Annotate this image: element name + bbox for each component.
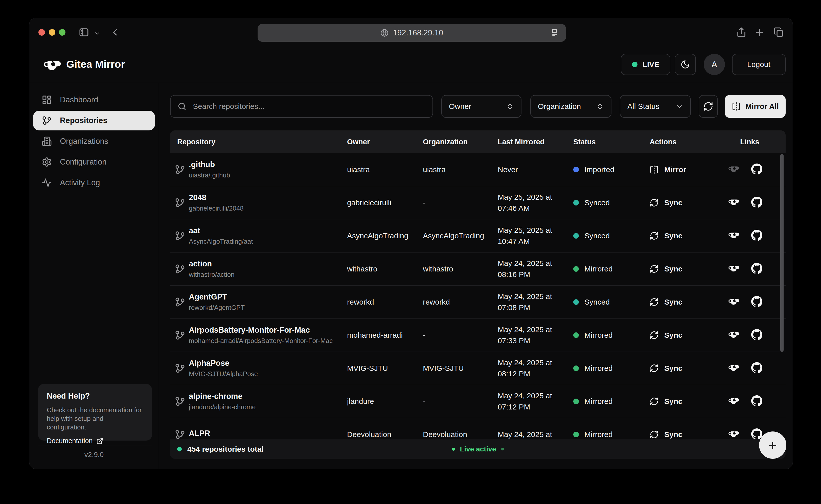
status-label: Mirrored [584, 331, 613, 339]
repo-action-button[interactable]: Sync [650, 364, 682, 373]
address-bar[interactable]: 192.168.29.10 [258, 24, 566, 42]
repo-name[interactable]: ALPR [189, 429, 210, 438]
repo-name[interactable]: alpine-chrome [189, 392, 256, 401]
github-link-icon[interactable] [751, 362, 763, 375]
refresh-icon [703, 101, 713, 111]
new-tab-icon[interactable] [754, 27, 765, 38]
gitea-link-icon[interactable] [728, 163, 740, 176]
zoom-window-button[interactable] [59, 29, 65, 36]
gitea-link-icon[interactable] [728, 230, 740, 242]
github-link-icon[interactable] [751, 296, 763, 308]
github-link-icon[interactable] [751, 196, 763, 209]
avatar[interactable]: A [704, 54, 725, 75]
chevron-down-icon[interactable] [94, 30, 101, 37]
repo-path: mohamed-arradi/AirpodsBattery-Monitor-Fo… [189, 337, 333, 345]
repo-action-button[interactable]: Mirror [650, 165, 686, 174]
sidebar-item-organizations[interactable]: Organizations [33, 131, 155, 151]
back-button[interactable] [110, 27, 120, 38]
repo-action-button[interactable]: Sync [650, 264, 682, 273]
organization-filter-select[interactable]: Organization [530, 95, 611, 118]
repo-status: Synced [573, 298, 610, 306]
logout-button[interactable]: Logout [732, 54, 786, 75]
refresh-button[interactable] [699, 95, 718, 118]
gitea-link-icon[interactable] [728, 329, 740, 341]
tab-overview-icon[interactable] [773, 27, 784, 38]
repo-links [728, 263, 763, 275]
gitea-link-icon[interactable] [728, 395, 740, 408]
action-label: Sync [664, 364, 682, 373]
close-window-button[interactable] [38, 29, 45, 36]
repo-path: reworkd/AgentGPT [189, 304, 245, 312]
sidebar-item-repositories[interactable]: Repositories [33, 111, 155, 130]
repo-owner: mohamed-arradi [347, 331, 403, 339]
owner-filter-select[interactable]: Owner [441, 95, 521, 118]
live-active-dot [452, 448, 455, 451]
github-link-icon[interactable] [751, 395, 763, 408]
git-fork-icon [175, 231, 185, 241]
live-dot [632, 62, 637, 67]
gitea-link-icon[interactable] [728, 362, 740, 375]
table-row: AirpodsBattery-Monitor-For-Mac mohamed-a… [170, 318, 786, 352]
add-repository-button[interactable]: + [759, 431, 786, 459]
search-input[interactable] [192, 102, 425, 111]
git-fork-icon [175, 197, 185, 208]
minimize-window-button[interactable] [49, 29, 55, 36]
repo-action-button[interactable]: Sync [650, 198, 682, 207]
repo-action-button[interactable]: Sync [650, 331, 682, 340]
status-label: Mirrored [584, 265, 613, 273]
table-row: AgentGPT reworkd/AgentGPT reworkd rework… [170, 285, 786, 318]
total-dot [177, 447, 182, 451]
repositories-table: Repository Owner Organization Last Mirro… [170, 130, 786, 459]
status-filter-select[interactable]: All Status [620, 95, 691, 118]
repo-name[interactable]: AgentGPT [189, 292, 245, 302]
status-dot [573, 432, 579, 437]
table-row: aat AsyncAlgoTrading/aat AsyncAlgoTradin… [170, 219, 786, 252]
status-dot [573, 299, 579, 305]
repo-action-button[interactable]: Sync [650, 297, 682, 307]
gitea-link-icon[interactable] [728, 263, 740, 275]
repo-organization: - [423, 397, 425, 406]
sidebar-item-dashboard[interactable]: Dashboard [33, 90, 155, 110]
gitea-link-icon[interactable] [728, 296, 740, 308]
repo-action-button[interactable]: Sync [650, 397, 682, 406]
repo-name[interactable]: .github [189, 160, 230, 169]
github-link-icon[interactable] [751, 329, 763, 341]
repo-name[interactable]: aat [189, 226, 253, 235]
repo-path: gabrielecirulli/2048 [189, 204, 244, 212]
url-text: 192.168.29.10 [393, 28, 443, 37]
repo-last-mirrored: May 24, 2025 at 08:16 PM [498, 258, 552, 280]
sidebar-item-activity-log[interactable]: Activity Log [33, 173, 155, 193]
repo-path: MVIG-SJTU/AlphaPose [189, 370, 258, 378]
status-label: Mirrored [584, 430, 613, 439]
sidebar-toggle-icon[interactable] [79, 27, 89, 38]
github-link-icon[interactable] [751, 230, 763, 242]
page-preview-icon[interactable] [550, 28, 559, 37]
status-label: Imported [584, 165, 614, 174]
github-link-icon[interactable] [751, 163, 763, 176]
repo-owner: gabrielecirulli [347, 198, 391, 207]
mirror-all-button[interactable]: Mirror All [725, 95, 786, 118]
sidebar-item-configuration[interactable]: Configuration [33, 152, 155, 172]
repo-path: jlandure/alpine-chrome [189, 403, 256, 411]
share-icon[interactable] [736, 27, 747, 38]
chevrons-up-down-icon [506, 103, 514, 110]
repo-name[interactable]: 2048 [189, 193, 244, 202]
documentation-link[interactable]: Documentation [47, 437, 143, 445]
repo-status: Mirrored [573, 265, 613, 273]
repo-name[interactable]: AlphaPose [189, 359, 258, 368]
gitea-link-icon[interactable] [728, 196, 740, 209]
repo-name[interactable]: action [189, 259, 235, 268]
status-label: Mirrored [584, 364, 613, 373]
sync-action-icon [650, 397, 659, 406]
github-link-icon[interactable] [751, 263, 763, 275]
status-label: Synced [584, 198, 610, 207]
live-status-button[interactable]: LIVE [621, 54, 670, 75]
repo-action-button[interactable]: Sync [650, 430, 682, 439]
repo-action-button[interactable]: Sync [650, 231, 682, 240]
table-scrollbar[interactable] [780, 154, 784, 352]
repo-organization: AsyncAlgoTrading [423, 232, 484, 240]
action-label: Sync [664, 265, 682, 273]
repo-name[interactable]: AirpodsBattery-Monitor-For-Mac [189, 326, 333, 335]
git-fork-icon [175, 297, 185, 307]
theme-toggle-button[interactable] [675, 54, 696, 75]
